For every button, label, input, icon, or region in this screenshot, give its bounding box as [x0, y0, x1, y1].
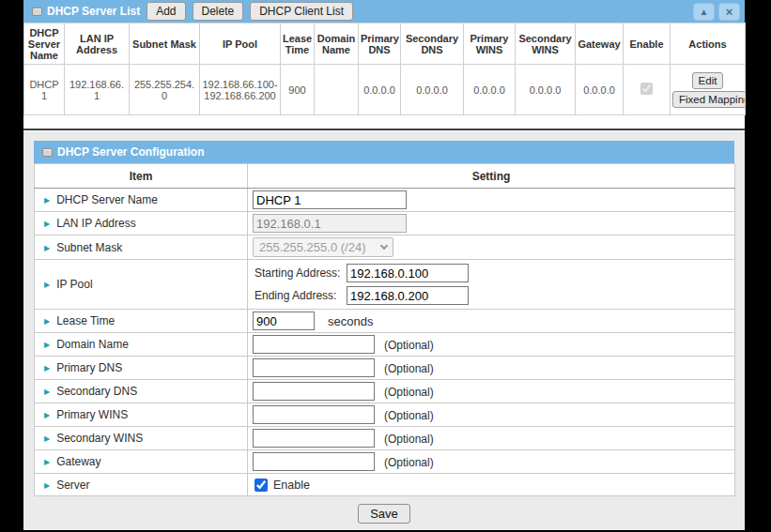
- col-header-lan-ip-address: LAN IP Address: [65, 23, 130, 65]
- col-header-primary-dns: Primary DNS: [359, 23, 401, 65]
- secondary-dns-input[interactable]: [253, 382, 375, 401]
- col-header-domain-name: Domain Name: [315, 23, 359, 65]
- item-label-text: Primary WINS: [56, 408, 128, 421]
- cell-lan-ip-address: 192.168.66.1: [65, 65, 130, 115]
- item-label-primary-wins: ▶Primary WINS: [35, 403, 248, 427]
- starting-address-input[interactable]: [347, 264, 469, 282]
- col-header-secondary-wins: Secondary WINS: [516, 23, 576, 65]
- cell-subnet-mask: 255.255.254.0: [130, 65, 200, 115]
- ip-pool-ending-row: Ending Address:: [253, 284, 730, 307]
- col-header-ip-pool: IP Pool: [200, 23, 281, 65]
- config-row-ip-pool: ▶IP Pool Starting Address: Ending Addres…: [35, 260, 735, 310]
- section-divider: [23, 129, 745, 130]
- item-label-server: ▶Server: [35, 474, 248, 496]
- col-header-secondary-dns: Secondary DNS: [401, 23, 464, 65]
- cell-domain-name: [315, 65, 359, 115]
- dhcp-server-list-table: DHCP Server Name LAN IP Address Subnet M…: [23, 23, 746, 115]
- dhcp-server-configuration-section: DHCP Server Configuration Item Setting ▶…: [23, 131, 745, 530]
- dhcp-server-list-titlebar: DHCP Server List Add Delete DHCP Client …: [23, 0, 745, 23]
- dhcp-server-name-input[interactable]: [253, 190, 407, 209]
- lease-time-units: seconds: [328, 314, 373, 328]
- cell-lease-time: 900: [281, 65, 315, 115]
- delete-button[interactable]: Delete: [193, 2, 244, 21]
- col-header-gateway: Gateway: [576, 23, 624, 65]
- cell-enable: [624, 65, 671, 115]
- window-buttons: ▲ ×: [693, 3, 740, 21]
- edit-button[interactable]: Edit: [692, 72, 724, 89]
- item-arrow-icon: ▶: [44, 481, 50, 490]
- cell-dhcp-server-name: DHCP 1: [24, 65, 65, 115]
- server-enable-checkbox[interactable]: [254, 479, 268, 492]
- config-row-lease-time: ▶Lease Time seconds: [35, 310, 735, 333]
- item-arrow-icon: ▶: [44, 411, 50, 419]
- cell-actions: Edit Fixed Mapping: [671, 65, 746, 115]
- primary-dns-input[interactable]: [253, 358, 375, 377]
- item-label-domain-name: ▶Domain Name: [35, 333, 248, 357]
- item-label-text: Primary DNS: [56, 361, 122, 374]
- item-label-text: Domain Name: [56, 338, 129, 351]
- add-button[interactable]: Add: [146, 2, 185, 21]
- subnet-mask-select: 255.255.255.0 (/24): [253, 237, 393, 257]
- server-enable-wrap: Enable: [253, 479, 730, 492]
- ending-address-input[interactable]: [347, 286, 469, 305]
- fixed-mapping-button[interactable]: Fixed Mapping: [672, 91, 746, 108]
- setting-gateway: (Optional): [248, 450, 735, 474]
- primary-wins-input[interactable]: [253, 405, 375, 424]
- col-header-lease-time: Lease Time: [281, 23, 315, 65]
- cell-secondary-wins: 0.0.0.0: [516, 65, 576, 115]
- close-icon[interactable]: ×: [718, 3, 740, 21]
- table-header-row: DHCP Server Name LAN IP Address Subnet M…: [24, 23, 746, 65]
- gateway-input[interactable]: [253, 452, 375, 471]
- setting-dhcp-server-name: [248, 189, 735, 212]
- item-arrow-icon: ▶: [44, 364, 50, 372]
- panel-icon: [42, 148, 53, 157]
- col-header-actions: Actions: [671, 23, 746, 65]
- item-label-primary-dns: ▶Primary DNS: [35, 357, 248, 380]
- item-label-text: Server: [56, 479, 89, 492]
- domain-name-input[interactable]: [253, 335, 375, 354]
- collapse-icon[interactable]: ▲: [693, 3, 715, 21]
- setting-lease-time: seconds: [248, 310, 735, 333]
- optional-note: (Optional): [384, 362, 434, 375]
- item-arrow-icon: ▶: [44, 341, 50, 349]
- dhcp-server-configuration-title: DHCP Server Configuration: [57, 145, 204, 159]
- server-enable-label: Enable: [273, 479, 310, 492]
- col-header-dhcp-server-name: DHCP Server Name: [24, 23, 65, 65]
- item-label-text: Lease Time: [56, 314, 115, 327]
- lan-ip-address-input: [253, 214, 407, 233]
- item-arrow-icon: ▶: [44, 281, 50, 289]
- secondary-wins-input[interactable]: [253, 429, 375, 448]
- table-row: DHCP 1 192.168.66.1 255.255.254.0 192.16…: [24, 65, 746, 115]
- item-arrow-icon: ▶: [44, 388, 50, 396]
- optional-note: (Optional): [384, 409, 434, 422]
- setting-primary-dns: (Optional): [248, 357, 735, 380]
- item-arrow-icon: ▶: [44, 244, 50, 252]
- ending-address-label: Ending Address:: [253, 289, 347, 302]
- save-button[interactable]: Save: [358, 504, 410, 524]
- col-header-subnet-mask: Subnet Mask: [130, 23, 200, 65]
- item-header: Item: [35, 164, 248, 189]
- optional-note: (Optional): [384, 386, 434, 399]
- setting-server: Enable: [248, 474, 735, 496]
- dhcp-server-configuration-titlebar: DHCP Server Configuration: [34, 141, 734, 163]
- optional-note: (Optional): [384, 456, 434, 469]
- item-label-lan-ip-address: ▶LAN IP Address: [35, 212, 248, 236]
- setting-lan-ip-address: [248, 212, 735, 236]
- item-label-text: LAN IP Address: [56, 217, 136, 230]
- item-label-text: Secondary DNS: [56, 385, 137, 398]
- item-label-subnet-mask: ▶Subnet Mask: [35, 236, 248, 260]
- item-arrow-icon: ▶: [44, 317, 50, 326]
- optional-note: (Optional): [384, 433, 434, 446]
- config-header-row: Item Setting: [35, 164, 735, 189]
- item-arrow-icon: ▶: [44, 196, 50, 205]
- cell-secondary-dns: 0.0.0.0: [401, 65, 464, 115]
- setting-domain-name: (Optional): [248, 333, 735, 357]
- config-row-secondary-wins: ▶Secondary WINS (Optional): [35, 427, 735, 450]
- item-label-dhcp-server-name: ▶DHCP Server Name: [35, 189, 248, 212]
- col-header-enable: Enable: [624, 23, 671, 65]
- content-column: DHCP Server List Add Delete DHCP Client …: [23, 0, 745, 532]
- dhcp-client-list-button[interactable]: DHCP Client List: [250, 2, 353, 21]
- lease-time-input[interactable]: [253, 312, 315, 330]
- item-label-text: IP Pool: [56, 278, 92, 291]
- cell-primary-wins: 0.0.0.0: [464, 65, 516, 115]
